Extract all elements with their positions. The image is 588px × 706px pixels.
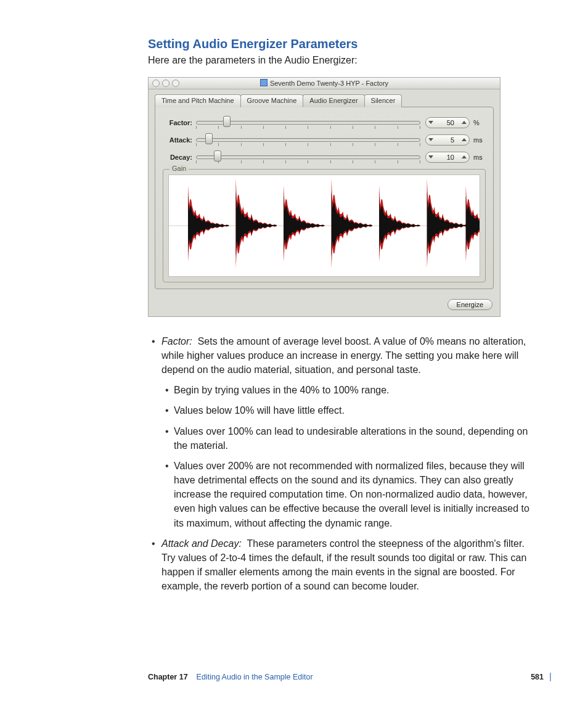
energize-button[interactable]: Energize [447, 299, 492, 310]
attack-value: 5 [441, 136, 454, 144]
page-number: 581 [531, 673, 544, 681]
gain-group: Gain [163, 169, 486, 282]
attack-stepper[interactable]: 5 [425, 134, 470, 146]
chapter-number: Chapter 17 [148, 673, 188, 681]
triangle-down-icon[interactable] [428, 121, 433, 124]
window-title: Seventh Demo Twenty-3 HYP - Factory [149, 79, 500, 87]
factor-unit: % [473, 119, 486, 126]
sub-bullet: Values below 10% will have little effect… [174, 403, 533, 417]
gain-legend: Gain [169, 165, 189, 172]
tab-groove[interactable]: Groove Machine [240, 94, 304, 107]
section-heading: Setting Audio Energizer Parameters [148, 37, 533, 51]
triangle-down-icon[interactable] [428, 138, 433, 141]
waveform-display [168, 174, 480, 277]
document-icon [260, 79, 267, 86]
decay-slider-thumb[interactable] [214, 150, 221, 162]
page-footer: Chapter 17 Editing Audio in the Sample E… [148, 673, 551, 681]
chapter-name: Editing Audio in the Sample Editor [197, 673, 313, 681]
factor-value: 50 [441, 119, 454, 126]
attack-slider[interactable] [196, 136, 420, 144]
bullet-attack-decay: Attack and Decay: These parameters contr… [160, 536, 533, 594]
factor-label: Factor: [163, 119, 192, 126]
triangle-up-icon[interactable] [462, 138, 467, 141]
decay-value: 10 [441, 154, 454, 161]
attack-unit: ms [473, 136, 486, 144]
tab-panel: Factor: 50 % Attack: [155, 107, 494, 289]
bullet-factor: Factor: Sets the amount of average level… [160, 334, 533, 530]
decay-unit: ms [473, 154, 486, 161]
param-row-decay: Decay: 10 ms [163, 152, 486, 163]
tab-silencer[interactable]: Silencer [364, 94, 402, 107]
attack-slider-thumb[interactable] [205, 133, 213, 144]
minimize-icon[interactable] [162, 80, 169, 87]
decay-stepper[interactable]: 10 [425, 152, 470, 163]
intro-text: Here are the parameters in the Audio Ene… [148, 54, 533, 67]
decay-label: Decay: [163, 154, 192, 161]
triangle-down-icon[interactable] [428, 155, 433, 158]
decay-slider[interactable] [196, 153, 420, 162]
triangle-up-icon[interactable] [462, 155, 467, 158]
factor-slider[interactable] [196, 118, 420, 127]
tab-bar: Time and Pitch Machine Groove Machine Au… [149, 89, 500, 107]
close-icon[interactable] [152, 80, 160, 87]
sub-bullet: Values over 200% are not recommended wit… [174, 459, 533, 530]
attack-label: Attack: [163, 136, 192, 144]
zoom-icon[interactable] [172, 80, 179, 87]
factor-slider-thumb[interactable] [223, 116, 231, 127]
sub-bullet: Begin by trying values in the 40% to 100… [174, 383, 533, 397]
triangle-up-icon[interactable] [462, 121, 467, 124]
app-window: Seventh Demo Twenty-3 HYP - Factory Time… [148, 77, 500, 317]
tab-audio-energizer[interactable]: Audio Energizer [303, 94, 364, 107]
factor-stepper[interactable]: 50 [425, 117, 470, 128]
window-titlebar: Seventh Demo Twenty-3 HYP - Factory [149, 78, 500, 89]
tab-time-pitch[interactable]: Time and Pitch Machine [155, 94, 241, 107]
param-row-factor: Factor: 50 % [163, 117, 486, 128]
sub-bullet: Values over 100% can lead to undesirable… [174, 424, 533, 453]
param-row-attack: Attack: 5 ms [163, 134, 486, 146]
